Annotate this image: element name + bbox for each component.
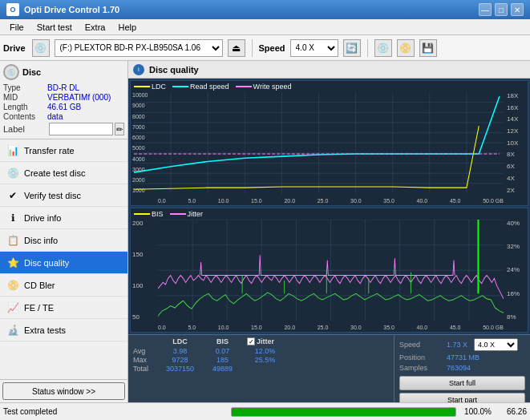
y-label-6x: 6X — [507, 163, 526, 170]
legend-read-speed: Read speed — [172, 83, 229, 91]
menu-help[interactable]: Help — [111, 21, 143, 34]
avg-jitter: 12.0% — [247, 347, 283, 355]
menu-file[interactable]: File — [3, 21, 30, 34]
close-button[interactable]: ✕ — [511, 3, 524, 16]
disc-button-1[interactable]: 💿 — [374, 39, 392, 57]
sidebar-item-disc-info[interactable]: 📋 Disc info — [0, 229, 127, 252]
disc-icon: 💿 — [3, 64, 19, 80]
top-chart-y-axis: 18X 16X 14X 12X 10X 8X 6X 4X 2X — [505, 92, 528, 194]
total-ldc: 3037150 — [162, 365, 198, 373]
legend-bis: BIS — [134, 210, 164, 218]
stats-area: LDC BIS ✓ Jitter Avg 3.98 0.07 12.0% Max… — [128, 334, 530, 402]
minimize-button[interactable]: — — [479, 3, 492, 16]
sidebar-item-drive-info[interactable]: ℹ Drive info — [0, 207, 127, 229]
progress-bar-container — [231, 407, 457, 417]
total-label: Total — [133, 365, 156, 373]
y-label-8x: 8X — [507, 151, 526, 158]
top-chart-y-axis-left: 10000 9000 8000 7000 6000 5000 4000 3000… — [131, 92, 155, 194]
disc-type-field: Type BD-R DL — [3, 83, 124, 92]
transfer-rate-icon: 📊 — [6, 144, 19, 157]
y-label-12x: 12X — [507, 127, 526, 135]
length-value: 46.61 GB — [47, 103, 81, 111]
verify-test-icon: ✔ — [6, 189, 19, 202]
chart-title: Disc quality — [149, 65, 199, 75]
sidebar-item-fe-te[interactable]: 📈 FE / TE — [0, 297, 127, 319]
type-label: Type — [3, 83, 47, 92]
drive-info-label: Drive info — [24, 213, 61, 223]
max-label: Max — [133, 356, 156, 364]
maximize-button[interactable]: □ — [495, 3, 508, 16]
speed-select[interactable]: 4.0 X — [290, 39, 338, 57]
top-chart: LDC Read speed Write speed — [130, 80, 528, 206]
disc-quality-label: Disc quality — [24, 258, 69, 268]
legend-read-speed-color — [172, 86, 188, 87]
avg-bis: 0.07 — [204, 347, 241, 355]
legend-write-speed-label: Write speed — [253, 83, 292, 91]
create-test-icon: 💿 — [6, 167, 19, 180]
legend-read-speed-label: Read speed — [190, 83, 229, 91]
disc-info-panel: 💿 Disc Type BD-R DL MID VERBATIMf (000) … — [0, 61, 127, 139]
max-bis: 185 — [204, 356, 241, 364]
chart-header: i Disc quality — [128, 61, 530, 79]
y-label-2x: 2X — [507, 187, 526, 194]
legend-ldc-label: LDC — [152, 83, 166, 91]
status-bar: Test completed 100.0% 66.26 — [0, 402, 530, 420]
legend-ldc-color — [134, 86, 150, 87]
sidebar-item-create-test-disc[interactable]: 💿 Create test disc — [0, 162, 127, 184]
window-controls[interactable]: — □ ✕ — [479, 3, 524, 16]
samples-value: 763094 — [447, 364, 471, 372]
drive-icon-btn[interactable]: 💿 — [32, 39, 50, 57]
status-window-button[interactable]: Status window >> — [2, 382, 125, 400]
nav-menu: 📊 Transfer rate 💿 Create test disc ✔ Ver… — [0, 139, 127, 379]
length-label: Length — [3, 103, 47, 111]
stats-total-row: Total 3037150 49889 — [133, 365, 389, 373]
speed-label: Speed — [259, 43, 285, 53]
start-full-button[interactable]: Start full — [399, 376, 525, 390]
menu-extra[interactable]: Extra — [79, 21, 112, 34]
top-chart-x-axis: 0.0 5.0 10.0 15.0 20.0 25.0 30.0 35.0 40… — [158, 198, 504, 204]
start-part-button[interactable]: Start part — [399, 393, 525, 402]
disc-label-input[interactable] — [49, 123, 113, 135]
jitter-checkbox-container: ✓ Jitter — [247, 337, 274, 345]
drive-select[interactable]: (F:) PLEXTOR BD-R PX-LB950SA 1.06 — [55, 39, 223, 57]
refresh-button[interactable]: 🔄 — [343, 39, 361, 57]
y-label-18x: 18X — [507, 92, 526, 99]
cd-bler-icon: 📀 — [6, 279, 19, 292]
sidebar-item-disc-quality[interactable]: ⭐ Disc quality — [0, 252, 127, 274]
stats-main-column: LDC BIS ✓ Jitter Avg 3.98 0.07 12.0% Max… — [128, 335, 394, 402]
disc-button-2[interactable]: 📀 — [397, 39, 415, 57]
legend-jitter-color — [170, 213, 186, 215]
menu-bar: File Start test Extra Help — [0, 19, 530, 35]
speed-stat-label: Speed — [399, 341, 443, 349]
transfer-rate-label: Transfer rate — [24, 146, 75, 155]
legend-jitter-label: Jitter — [188, 210, 204, 218]
fe-te-icon: 📈 — [6, 301, 19, 314]
stats-avg-row: Avg 3.98 0.07 12.0% — [133, 347, 389, 355]
label-edit-button[interactable]: ✏ — [115, 123, 124, 135]
save-button[interactable]: 💾 — [419, 39, 437, 57]
bottom-chart-legend: BIS Jitter — [134, 210, 203, 218]
sidebar-item-extra-tests[interactable]: 🔬 Extra tests — [0, 319, 127, 341]
mid-label: MID — [3, 93, 47, 102]
disc-length-field: Length 46.61 GB — [3, 103, 124, 111]
main-content: 💿 Disc Type BD-R DL MID VERBATIMf (000) … — [0, 61, 530, 402]
stats-header-row: LDC BIS ✓ Jitter — [133, 337, 389, 345]
top-chart-legend: LDC Read speed Write speed — [134, 83, 291, 91]
jitter-checkbox[interactable]: ✓ — [247, 337, 255, 345]
app-title: Opti Drive Control 1.70 — [24, 5, 119, 14]
legend-ldc: LDC — [134, 83, 166, 91]
sidebar-item-transfer-rate[interactable]: 📊 Transfer rate — [0, 139, 127, 162]
top-chart-svg — [134, 92, 504, 194]
fe-te-label: FE / TE — [24, 303, 54, 313]
sidebar-item-verify-test-disc[interactable]: ✔ Verify test disc — [0, 184, 127, 207]
eject-button[interactable]: ⏏ — [228, 39, 245, 57]
status-text: Test completed — [3, 407, 228, 416]
legend-jitter: Jitter — [170, 210, 204, 218]
toolbar: Drive 💿 (F:) PLEXTOR BD-R PX-LB950SA 1.0… — [0, 35, 530, 61]
progress-percent: 100.0% — [459, 407, 492, 416]
speed-stat-select[interactable]: 4.0 X — [474, 338, 518, 351]
legend-write-speed: Write speed — [236, 83, 292, 91]
disc-info-icon: 📋 — [6, 234, 19, 247]
menu-start-test[interactable]: Start test — [30, 21, 79, 34]
sidebar-item-cd-bler[interactable]: 📀 CD Bler — [0, 274, 127, 297]
